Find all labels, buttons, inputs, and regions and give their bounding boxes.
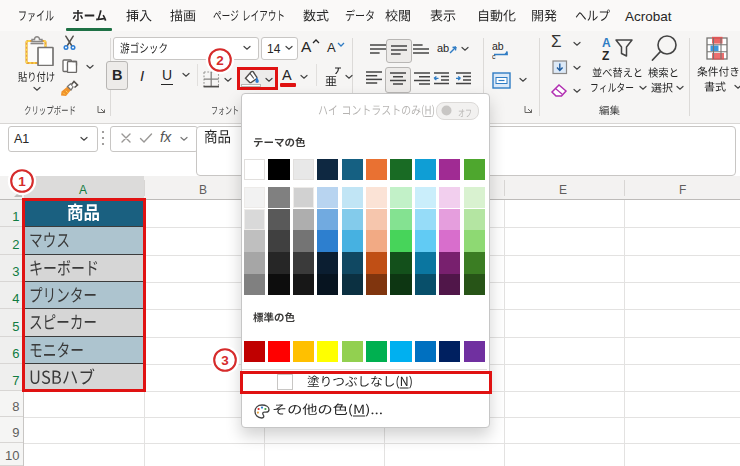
svg-text:Z: Z [602, 49, 609, 62]
svg-text:c: c [492, 53, 496, 59]
svg-text:ab: ab [437, 42, 449, 54]
svg-text:A: A [602, 36, 611, 50]
svg-text:2: 2 [216, 53, 224, 68]
svg-text:3: 3 [221, 353, 229, 368]
svg-text:1: 1 [19, 174, 27, 189]
svg-text:ab: ab [492, 41, 504, 52]
